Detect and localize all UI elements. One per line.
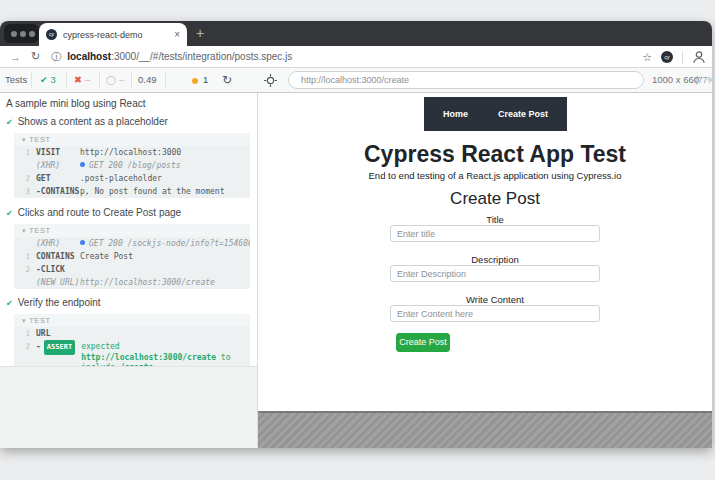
browser-window: cy cypress-react-demo × + → ↻ ⓘ localhos…	[0, 21, 712, 448]
url-field[interactable]: localhost:3000/__/#/tests/integration/po…	[67, 51, 292, 62]
content-input[interactable]	[390, 305, 600, 322]
tab-title: cypress-react-demo	[63, 30, 170, 40]
divider	[165, 72, 166, 88]
command-row-xhr[interactable]: (XHR) GET 200 /sockjs-node/info?t=154686…	[14, 237, 250, 250]
test-title[interactable]: ✔Shows a content as a placeholder	[6, 116, 168, 127]
content-label: Write Content	[258, 294, 712, 305]
check-icon: ✔	[6, 118, 13, 127]
app-subtitle: End to end testing of a React.js applica…	[258, 170, 712, 181]
command-row-xhr[interactable]: (XHR) GET 200 /blog/posts	[14, 159, 250, 172]
reload-icon[interactable]: ↻	[31, 50, 40, 63]
url-path: :3000/__/#/tests/integration/posts.spec.…	[111, 51, 292, 62]
minimize-window-button[interactable]	[20, 31, 26, 37]
divider	[131, 72, 132, 88]
app-heading: Cypress React App Test	[258, 141, 712, 168]
command-row[interactable]: 1 VISIT http://localhost:3000	[14, 146, 250, 159]
divider	[66, 72, 67, 88]
tests-passed-count: ✔3	[40, 68, 56, 92]
profile-avatar-icon[interactable]	[692, 50, 706, 64]
aut-url-field[interactable]: http://localhost:3000/create	[288, 71, 644, 89]
forward-icon[interactable]: →	[10, 51, 21, 63]
runner-main: A sample mini blog using React ✔Shows a …	[0, 93, 712, 448]
cypress-extension-icon[interactable]: cy	[661, 51, 673, 63]
title-label: Title	[258, 214, 712, 225]
close-tab-icon[interactable]: ×	[174, 29, 180, 40]
form-title: Create Post	[258, 189, 712, 209]
viewport-scale: (77%)	[695, 68, 712, 92]
cypress-favicon-icon: cy	[46, 29, 57, 40]
nav-link-create-post[interactable]: Create Post	[498, 109, 548, 119]
attempt-header[interactable]: ▾TEST	[14, 314, 250, 327]
command-row[interactable]: 1 URL	[14, 327, 250, 340]
run-duration: 0.49	[138, 68, 157, 92]
aut-viewport: Home Create Post Cypress React App Test …	[258, 93, 712, 448]
command-row[interactable]: 2 GET .post-placeholder	[14, 172, 250, 185]
description-label: Description	[258, 254, 712, 265]
command-row-newurl[interactable]: (NEW URL) http://localhost:3000/create	[14, 276, 250, 289]
tests-menu-button[interactable]: Tests	[5, 68, 27, 92]
zoom-window-button[interactable]	[29, 31, 35, 37]
command-block: ▾TEST 1 VISIT http://localhost:3000 (XHR…	[14, 133, 250, 198]
attempt-header[interactable]: ▾TEST	[14, 224, 250, 237]
viewport-letterbox	[258, 411, 712, 448]
attempt-header[interactable]: ▾TEST	[14, 133, 250, 146]
create-post-button[interactable]: Create Post	[396, 333, 450, 352]
divider	[682, 51, 683, 64]
circle-icon: ◯	[106, 75, 116, 85]
check-icon: ✔	[40, 75, 48, 85]
xhr-dot-icon	[80, 240, 85, 245]
address-bar: → ↻ ⓘ localhost:3000/__/#/tests/integrat…	[0, 46, 712, 68]
nav-link-home[interactable]: Home	[443, 109, 468, 119]
check-icon: ✔	[6, 209, 13, 218]
x-icon: ✖	[74, 74, 82, 85]
page-info-icon[interactable]: ⓘ	[51, 50, 61, 64]
check-icon: ✔	[6, 299, 13, 308]
browser-tab[interactable]: cy cypress-react-demo ×	[39, 23, 187, 46]
xhr-dot-icon	[80, 162, 85, 167]
reporter-empty-area	[0, 366, 257, 448]
app-under-test: Home Create Post Cypress React App Test …	[258, 93, 712, 448]
chevron-down-icon: ▾	[22, 136, 26, 143]
divider	[99, 72, 100, 88]
command-log-panel: A sample mini blog using React ✔Shows a …	[0, 93, 258, 448]
desktop: cy cypress-react-demo × + → ↻ ⓘ localhos…	[0, 0, 715, 480]
address-bar-actions: ☆ cy	[642, 46, 706, 68]
command-row[interactable]: 2 -CLICK	[14, 263, 250, 276]
viewport-size: 1000 x 660	[652, 68, 699, 92]
divider	[31, 72, 32, 88]
restart-tests-icon[interactable]: ↻	[222, 68, 232, 92]
test-title[interactable]: ✔Clicks and route to Create Post page	[6, 207, 181, 218]
test-title[interactable]: ✔Verify the endpoint	[6, 297, 101, 308]
command-block: ▾TEST (XHR) GET 200 /sockjs-node/info?t=…	[14, 224, 250, 289]
title-input[interactable]	[390, 225, 600, 242]
status-dot-icon	[192, 78, 198, 84]
command-row[interactable]: 3 -CONTAINS p, No post found at the mome…	[14, 185, 250, 198]
app-navbar: Home Create Post	[424, 97, 567, 131]
assert-badge: ASSERT	[44, 340, 75, 355]
browser-tab-bar: cy cypress-react-demo × +	[0, 21, 712, 46]
url-host: localhost	[67, 51, 111, 62]
tests-pending-count: ◯–	[106, 68, 124, 92]
chevron-down-icon: ▾	[22, 227, 26, 234]
description-input[interactable]	[390, 265, 600, 282]
cypress-runner-toolbar: Tests ✔3 ✖– ◯– 0.49 1 ↻ http://localhost…	[0, 68, 712, 93]
chevron-down-icon: ▾	[22, 317, 26, 324]
selector-playground-icon[interactable]	[264, 74, 277, 89]
close-window-button[interactable]	[11, 31, 17, 37]
traffic-lights	[4, 24, 39, 43]
indicator-count: 1	[203, 68, 208, 92]
command-row[interactable]: 1 CONTAINS Create Post	[14, 250, 250, 263]
new-tab-button[interactable]: +	[196, 23, 204, 44]
suite-title[interactable]: A sample mini blog using React	[6, 98, 146, 109]
bookmark-star-icon[interactable]: ☆	[642, 51, 652, 64]
tests-failed-count: ✖–	[74, 68, 90, 92]
